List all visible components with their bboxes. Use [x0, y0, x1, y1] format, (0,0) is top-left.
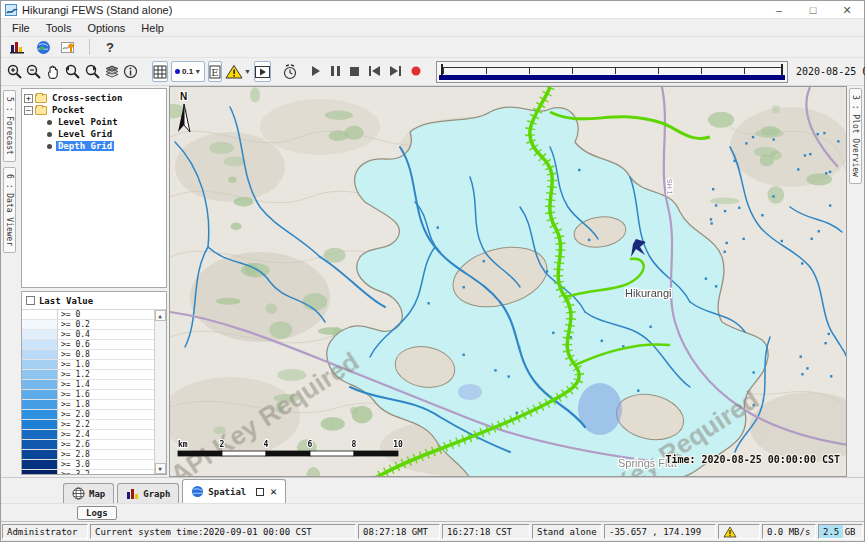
time-span-bar — [439, 75, 785, 80]
bullet-icon — [47, 132, 52, 137]
tab-data-viewer[interactable]: 6 : Data Viewer — [3, 167, 16, 253]
town-label: Hikurangi — [625, 287, 671, 299]
logs-button[interactable]: Logs — [77, 506, 117, 520]
tree-item-level-point[interactable]: Level Point — [24, 116, 164, 128]
tab-plot-overview[interactable]: 3 : Plot Overview — [849, 88, 862, 184]
menu-file[interactable]: File — [5, 21, 37, 35]
tab-graph[interactable]: Graph — [117, 483, 179, 503]
zoom-previous-icon[interactable] — [64, 61, 81, 82]
help-icon[interactable]: ? — [100, 38, 120, 56]
legend-row-label: >= 2.0 — [58, 410, 154, 419]
legend-row[interactable]: >= 0 — [22, 310, 154, 320]
status-transfer-rate: 0.0 MB/s — [762, 524, 816, 539]
interval-dot-icon — [175, 69, 180, 74]
record-button[interactable] — [411, 66, 421, 78]
legend-row[interactable]: >= 3.2 — [22, 470, 154, 474]
menu-options[interactable]: Options — [80, 21, 132, 35]
tree-item-pocket[interactable]: – Pocket — [24, 104, 164, 116]
legend-row[interactable]: >= 1.4 — [22, 380, 154, 390]
warning-dropdown-button[interactable]: ▼ — [225, 61, 251, 82]
legend-row[interactable]: >= 1.0 — [22, 360, 154, 370]
legend-row[interactable]: >= 1.8 — [22, 400, 154, 410]
legend-row[interactable]: >= 0.4 — [22, 330, 154, 340]
close-icon[interactable]: ✕ — [830, 1, 864, 19]
legend-row[interactable]: >= 2.0 — [22, 410, 154, 420]
legend-row[interactable]: >= 2.2 — [22, 420, 154, 430]
tree-item-cross-section[interactable]: + Cross-section — [24, 92, 164, 104]
zoom-in-icon[interactable] — [7, 61, 23, 82]
legend-scrollbar[interactable]: ▲ ▼ — [154, 310, 166, 474]
last-value-checkbox[interactable] — [26, 296, 35, 305]
animation-panel-button[interactable] — [254, 61, 271, 82]
zoom-next-icon[interactable] — [84, 61, 101, 82]
pan-hand-icon[interactable] — [45, 61, 61, 82]
tab-forecast[interactable]: 5 : Forecast — [3, 90, 16, 162]
legend-row[interactable]: >= 0.8 — [22, 350, 154, 360]
skip-start-button[interactable] — [369, 66, 380, 78]
playback-controls — [311, 66, 421, 78]
scroll-down-icon[interactable]: ▼ — [155, 463, 166, 474]
toolbar-separator — [89, 39, 90, 55]
legend-color-swatch — [22, 350, 58, 359]
logs-row: Logs — [1, 503, 864, 521]
bar-chart-icon — [126, 488, 139, 500]
skip-end-button[interactable] — [390, 66, 401, 78]
globe-icon[interactable] — [33, 38, 53, 56]
status-cst-time: 16:27:18 CST — [442, 524, 530, 539]
legend-color-swatch — [22, 340, 58, 349]
stop-button[interactable] — [350, 66, 359, 78]
tab-spatial-label: Spatial — [208, 487, 246, 497]
tab-spatial[interactable]: Spatial ✕ — [182, 479, 286, 503]
pause-button[interactable] — [331, 66, 340, 78]
legend-rows: >= 0>= 0.2>= 0.4>= 0.6>= 0.8>= 1.0>= 1.2… — [22, 310, 154, 474]
zoom-out-icon[interactable] — [26, 61, 42, 82]
bullet-icon — [47, 144, 52, 149]
info-icon[interactable] — [123, 61, 138, 82]
grid-display-button[interactable] — [152, 61, 168, 82]
expand-icon[interactable]: + — [24, 94, 33, 103]
profile-chart-icon[interactable] — [59, 38, 79, 56]
menu-tools[interactable]: Tools — [39, 21, 79, 35]
last-value-label: Last Value — [39, 296, 93, 306]
legend-row[interactable]: >= 3.0 — [22, 460, 154, 470]
legend-row[interactable]: >= 1.6 — [22, 390, 154, 400]
legend-color-swatch — [22, 470, 58, 474]
contour-interval-dropdown[interactable]: 0.1 ▼ — [171, 61, 205, 82]
timer-settings-icon[interactable] — [282, 61, 298, 82]
legend-row[interactable]: >= 0.6 — [22, 340, 154, 350]
tab-close-icon[interactable]: ✕ — [270, 485, 277, 498]
legend-toggle-button[interactable]: E — [208, 61, 222, 82]
legend-row[interactable]: >= 1.2 — [22, 370, 154, 380]
legend-row[interactable]: >= 2.6 — [22, 440, 154, 450]
status-gmt-time: 08:27:18 GMT — [358, 524, 440, 539]
time-slider[interactable] — [436, 61, 788, 83]
tree-item-label: Pocket — [50, 105, 87, 115]
collapse-icon[interactable]: – — [24, 106, 33, 115]
right-tab-strip: 3 : Plot Overview — [847, 86, 864, 477]
legend-row[interactable]: >= 0.2 — [22, 320, 154, 330]
legend-color-swatch — [22, 400, 58, 409]
map-view[interactable]: API Key Required API Key Required Hikura… — [169, 86, 847, 477]
tab-maximize-icon[interactable] — [256, 488, 264, 496]
play-button[interactable] — [311, 66, 321, 78]
database-chart-icon[interactable] — [7, 38, 27, 56]
legend-row[interactable]: >= 2.4 — [22, 430, 154, 440]
menu-help[interactable]: Help — [134, 21, 171, 35]
time-axis — [443, 67, 781, 68]
legend-header: Last Value — [22, 292, 166, 310]
scroll-up-icon[interactable]: ▲ — [155, 310, 166, 321]
legend-color-swatch — [22, 330, 58, 339]
legend-row[interactable]: >= 2.8 — [22, 450, 154, 460]
legend-row-label: >= 1.8 — [58, 400, 154, 409]
tree-item-level-grid[interactable]: Level Grid — [24, 128, 164, 140]
legend-row-label: >= 1.0 — [58, 360, 154, 369]
tree-item-depth-grid[interactable]: Depth Grid — [24, 140, 164, 152]
legend-row-label: >= 3.0 — [58, 460, 154, 469]
layers-icon[interactable] — [104, 61, 120, 82]
minimize-icon[interactable]: – — [762, 1, 796, 19]
tree-item-label: Level Grid — [56, 129, 114, 139]
status-memory: 2.5 GB — [818, 524, 863, 539]
status-warning-cell[interactable] — [718, 524, 760, 539]
maximize-icon[interactable]: □ — [796, 1, 830, 19]
tab-map[interactable]: Map — [63, 483, 114, 503]
